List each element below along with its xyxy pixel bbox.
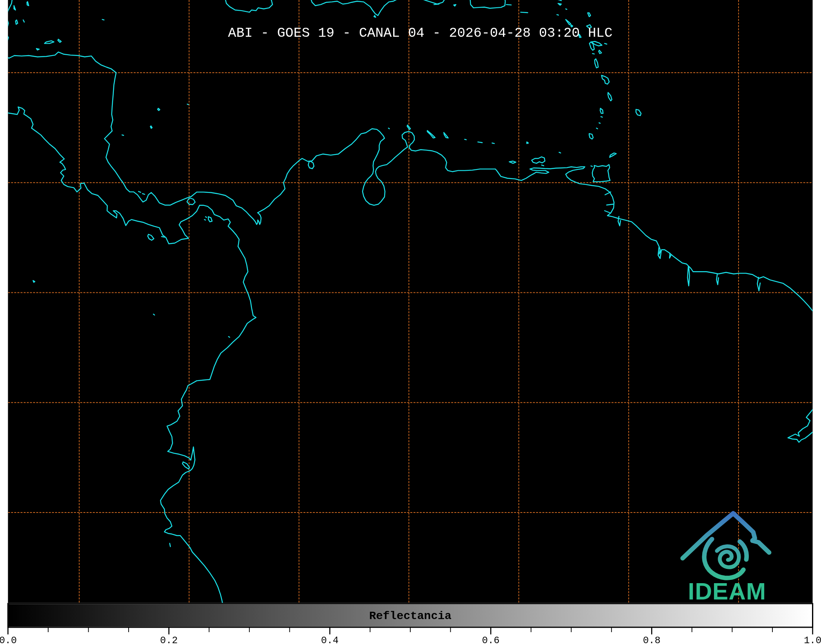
svg-text:Reflectancia: Reflectancia: [369, 610, 452, 622]
svg-text:0.4: 0.4: [321, 635, 338, 644]
svg-text:IDEAM: IDEAM: [688, 578, 766, 604]
svg-text:1.0: 1.0: [804, 635, 821, 644]
svg-text:0.0: 0.0: [0, 635, 17, 644]
svg-text:0.8: 0.8: [643, 635, 661, 644]
svg-text:ABI - GOES 19 - CANAL 04 - 202: ABI - GOES 19 - CANAL 04 - 2026-04-28 03…: [228, 25, 613, 41]
svg-text:0.2: 0.2: [160, 635, 178, 644]
svg-text:0.6: 0.6: [482, 635, 499, 644]
